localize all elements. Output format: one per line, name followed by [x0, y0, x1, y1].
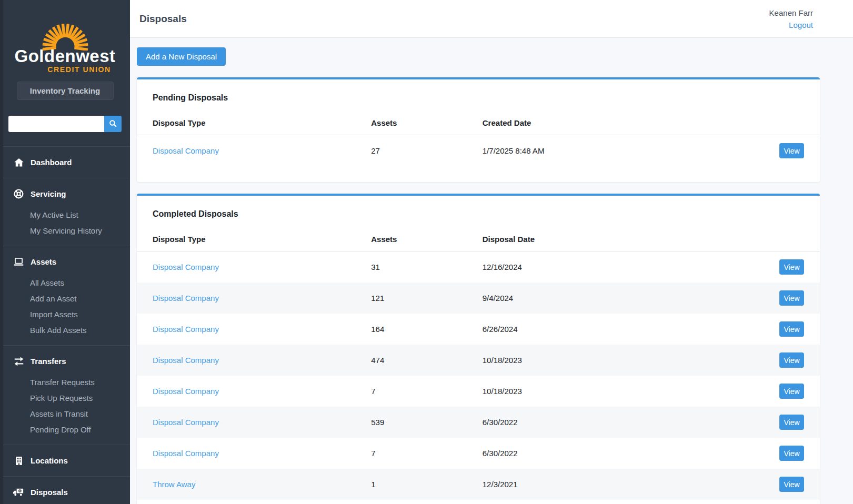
table-row: Disposal Company1646/26/2024View: [137, 314, 820, 345]
sidebar-item-locations[interactable]: Locations: [0, 448, 130, 473]
sidebar-subitem-transfer-requests[interactable]: Transfer Requests: [0, 374, 130, 390]
inventory-tracking-button[interactable]: Inventory Tracking: [17, 82, 114, 100]
completed-disposals-card: Completed Disposals Disposal TypeAssetsD…: [137, 194, 820, 504]
disposal-type-link[interactable]: Disposal Company: [153, 294, 219, 303]
view-button[interactable]: View: [779, 446, 804, 461]
sidebar-subitem-my-servicing-history[interactable]: My Servicing History: [0, 223, 130, 238]
sidebar-subitem-pending-drop-off[interactable]: Pending Drop Off: [0, 421, 130, 437]
disposal-type-cell: Disposal Company: [137, 376, 371, 407]
user-name: Keanen Farr: [769, 7, 813, 19]
date-cell: 10/18/2023: [483, 345, 757, 376]
column-header-disposal-type: Disposal Type: [137, 114, 371, 135]
sidebar-item-label: Disposals: [31, 488, 68, 497]
nav-section-locations: Locations: [0, 445, 130, 476]
disposal-type-link[interactable]: Disposal Company: [153, 146, 219, 155]
view-button[interactable]: View: [779, 415, 804, 430]
content: Add a New Disposal Pending Disposals Dis…: [130, 38, 853, 504]
disposal-type-link[interactable]: Disposal Company: [153, 356, 219, 365]
assets-cell: 7: [371, 438, 483, 469]
goldenwest-logo: Goldenwest CREDIT UNION: [0, 0, 130, 74]
view-button[interactable]: View: [779, 384, 804, 399]
assets-cell: 474: [371, 345, 483, 376]
table-row: Disposal Company271/7/2025 8:48 AMView: [137, 135, 820, 167]
logo-name: Goldenwest: [0, 48, 130, 64]
sidebar-subitem-bulk-add-assets[interactable]: Bulk Add Assets: [0, 322, 130, 338]
nav-sublist-assets: All AssetsAdd an AssetImport AssetsBulk …: [0, 275, 130, 342]
date-cell: 9/4/2024: [483, 283, 757, 314]
disposal-type-cell: Disposal Company: [137, 251, 371, 283]
actions-cell: View: [757, 469, 820, 500]
date-cell: 6/26/2024: [483, 314, 757, 345]
sidebar-item-servicing[interactable]: Servicing: [0, 181, 130, 207]
disposal-type-cell: Throw Away: [137, 469, 371, 500]
top-header: Disposals Keanen Farr Logout: [130, 0, 853, 38]
home-icon: [13, 156, 25, 168]
date-cell: 6/30/2022: [483, 407, 757, 438]
completed-disposals-title: Completed Disposals: [153, 209, 820, 219]
pending-tbody: Disposal Company271/7/2025 8:48 AMView: [137, 135, 820, 167]
table-row: Disposal Company3112/16/2024View: [137, 251, 820, 283]
sidebar-item-disposals[interactable]: Disposals: [0, 479, 130, 504]
building-icon: [13, 455, 25, 467]
view-button[interactable]: View: [779, 259, 804, 275]
disposal-type-link[interactable]: Disposal Company: [153, 325, 219, 334]
assets-cell: 27: [371, 135, 483, 167]
column-header-created-date: Created Date: [483, 114, 757, 135]
pending-header-row: Disposal TypeAssetsCreated Date: [137, 114, 820, 135]
sidebar-search: [8, 116, 122, 132]
disposal-type-link[interactable]: Disposal Company: [153, 263, 219, 271]
sidebar-item-label: Transfers: [31, 357, 66, 366]
nav-section-servicing: ServicingMy Active ListMy Servicing Hist…: [0, 178, 130, 246]
column-header-actions: [757, 114, 820, 135]
nav-sublist-transfers: Transfer RequestsPick Up RequestsAssets …: [0, 374, 130, 442]
assets-cell: 31: [371, 251, 483, 283]
table-row: Disposal Company1219/4/2024View: [137, 283, 820, 314]
sidebar-item-label: Dashboard: [31, 158, 72, 167]
sidebar-item-dashboard[interactable]: Dashboard: [0, 149, 130, 175]
sidebar-subitem-add-an-asset[interactable]: Add an Asset: [0, 290, 130, 306]
column-header-assets: Assets: [371, 230, 483, 251]
view-button[interactable]: View: [779, 477, 804, 492]
column-header-assets: Assets: [371, 114, 483, 135]
pending-disposals-title: Pending Disposals: [153, 93, 820, 103]
sidebar-subitem-assets-in-transit[interactable]: Assets in Transit: [0, 406, 130, 421]
nav-section-assets: AssetsAll AssetsAdd an AssetImport Asset…: [0, 246, 130, 345]
assets-cell: 539: [371, 407, 483, 438]
disposal-type-cell: Disposal Company: [137, 407, 371, 438]
table-row: Disposal Company5396/30/2022View: [137, 407, 820, 438]
view-button[interactable]: View: [779, 352, 804, 368]
disposal-type-link[interactable]: Disposal Company: [153, 449, 219, 458]
add-new-disposal-button[interactable]: Add a New Disposal: [137, 47, 226, 66]
user-block: Keanen Farr Logout: [769, 7, 813, 31]
view-button[interactable]: View: [779, 143, 804, 158]
view-button[interactable]: View: [779, 290, 804, 306]
disposal-type-cell: Disposal Company: [137, 283, 371, 314]
sidebar-subitem-my-active-list[interactable]: My Active List: [0, 207, 130, 223]
sidebar-item-transfers[interactable]: Transfers: [0, 348, 130, 374]
disposal-type-link[interactable]: Disposal Company: [153, 418, 219, 427]
date-cell: 10/18/2023: [483, 376, 757, 407]
sunburst-icon: [0, 14, 130, 51]
date-cell: 12/16/2024: [483, 251, 757, 283]
disposal-type-link[interactable]: Disposal Company: [153, 387, 219, 396]
pending-disposals-table: Disposal TypeAssetsCreated Date Disposal…: [137, 114, 820, 166]
life-ring-icon: [13, 188, 25, 200]
table-row: Disposal Company710/18/2023View: [137, 376, 820, 407]
sidebar-subitem-pick-up-requests[interactable]: Pick Up Requests: [0, 390, 130, 406]
sidebar-item-assets[interactable]: Assets: [0, 249, 130, 275]
actions-cell: View: [757, 135, 820, 167]
sidebar-item-label: Locations: [31, 456, 68, 465]
disposal-type-cell: Disposal Company: [137, 345, 371, 376]
assets-cell: 121: [371, 283, 483, 314]
search-input[interactable]: [8, 116, 104, 132]
disposal-type-link[interactable]: Throw Away: [153, 480, 195, 489]
actions-cell: View: [757, 345, 820, 376]
sidebar-subitem-import-assets[interactable]: Import Assets: [0, 306, 130, 322]
logout-link[interactable]: Logout: [769, 19, 813, 31]
sidebar-subitem-all-assets[interactable]: All Assets: [0, 275, 130, 290]
search-button[interactable]: [104, 116, 122, 132]
assets-cell: 164: [371, 314, 483, 345]
view-button[interactable]: View: [779, 321, 804, 337]
transfer-arrows-icon: [13, 355, 25, 367]
date-cell: 1/7/2025 8:48 AM: [483, 135, 757, 167]
